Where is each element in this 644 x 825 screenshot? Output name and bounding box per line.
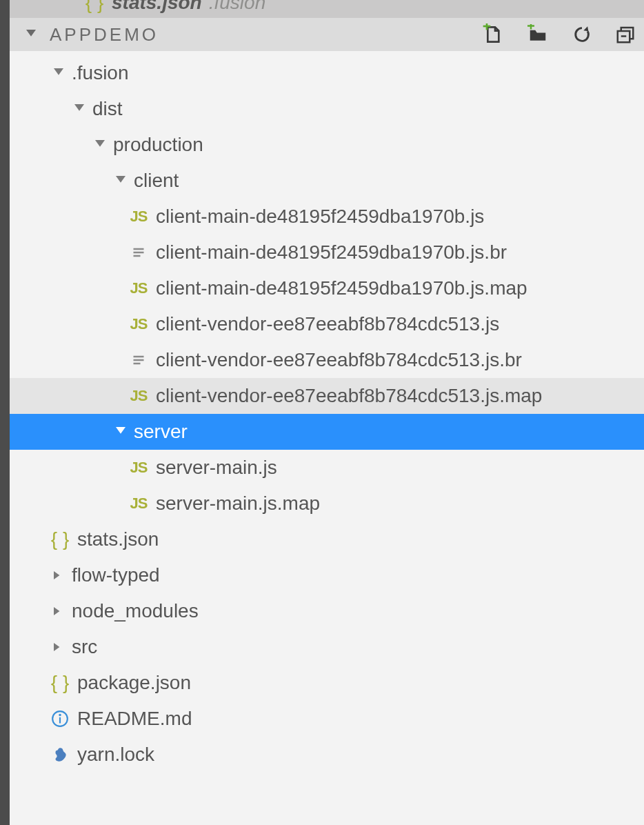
file-label: package.json	[77, 672, 191, 694]
tab-file-path: .fusion	[209, 0, 266, 14]
folder-label: node_modules	[72, 600, 199, 622]
file-label: stats.json	[77, 528, 159, 550]
tab-file-name: stats.json	[112, 0, 202, 14]
folder-dist[interactable]: dist	[10, 91, 644, 127]
folder-flow-typed[interactable]: flow-typed	[10, 557, 644, 593]
file-client-main-br[interactable]: client-main-de48195f2459dba1970b.js.br	[10, 235, 644, 270]
chevron-down-icon	[95, 140, 106, 150]
file-label: yarn.lock	[77, 744, 154, 766]
info-icon	[50, 710, 70, 728]
refresh-icon[interactable]	[572, 25, 592, 44]
folder-src[interactable]: src	[10, 629, 644, 665]
file-label: client-main-de48195f2459dba1970b.js	[156, 206, 484, 228]
json-icon: { }	[50, 528, 70, 550]
collapse-icon	[26, 30, 37, 39]
js-icon: JS	[128, 495, 149, 513]
file-label: client-vendor-ee87eeabf8b784cdc513.js.br	[156, 349, 522, 371]
new-file-icon[interactable]	[481, 23, 503, 46]
svg-rect-3	[530, 24, 532, 30]
js-icon: JS	[128, 279, 149, 297]
folder-label: dist	[92, 98, 123, 120]
chevron-down-icon	[116, 427, 127, 437]
svg-rect-8	[134, 255, 141, 257]
svg-rect-10	[134, 359, 144, 361]
file-readme[interactable]: README.md	[10, 701, 644, 737]
file-client-vendor-js[interactable]: JS client-vendor-ee87eeabf8b784cdc513.js	[10, 306, 644, 342]
js-icon: JS	[128, 387, 149, 405]
folder-production[interactable]: production	[10, 127, 644, 163]
js-icon: JS	[128, 208, 149, 226]
file-label: client-main-de48195f2459dba1970b.js.br	[156, 241, 507, 264]
file-label: client-vendor-ee87eeabf8b784cdc513.js	[156, 313, 499, 335]
folder-label: src	[72, 636, 97, 658]
svg-rect-14	[59, 717, 61, 724]
json-icon: { }	[50, 672, 70, 694]
chevron-right-icon	[54, 606, 65, 616]
file-client-vendor-map[interactable]: JS client-vendor-ee87eeabf8b784cdc513.js…	[10, 378, 644, 414]
project-root-name: APPDEMO	[50, 24, 159, 46]
svg-rect-7	[134, 252, 144, 254]
folder-label: server	[134, 421, 188, 443]
svg-rect-11	[134, 363, 141, 365]
chevron-right-icon	[54, 570, 65, 580]
folder-label: flow-typed	[72, 564, 160, 586]
file-client-vendor-br[interactable]: client-vendor-ee87eeabf8b784cdc513.js.br	[10, 342, 644, 378]
svg-rect-9	[134, 356, 144, 358]
chevron-down-icon	[74, 104, 85, 114]
svg-rect-5	[621, 35, 627, 37]
open-file-tab[interactable]: { } stats.json .fusion	[10, 0, 644, 18]
document-icon	[128, 352, 149, 368]
svg-point-13	[59, 714, 61, 716]
file-label: client-vendor-ee87eeabf8b784cdc513.js.ma…	[156, 385, 542, 407]
document-icon	[128, 245, 149, 260]
file-label: README.md	[77, 708, 192, 730]
file-label: client-main-de48195f2459dba1970b.js.map	[156, 277, 527, 299]
chevron-down-icon	[116, 176, 127, 186]
folder-label: client	[134, 170, 179, 192]
yarn-icon	[50, 746, 70, 764]
chevron-right-icon	[54, 642, 65, 652]
folder-label: production	[113, 134, 203, 156]
file-client-main-js[interactable]: JS client-main-de48195f2459dba1970b.js	[10, 199, 644, 235]
new-folder-icon[interactable]	[527, 24, 549, 45]
file-server-main-map[interactable]: JS server-main.js.map	[10, 486, 644, 521]
file-stats-json[interactable]: { } stats.json	[10, 521, 644, 557]
file-label: server-main.js	[156, 457, 277, 479]
file-yarn-lock[interactable]: yarn.lock	[10, 737, 644, 773]
folder-server[interactable]: server	[10, 414, 644, 450]
js-icon: JS	[128, 315, 149, 333]
file-tree: .fusion dist production client JS client…	[10, 51, 644, 773]
folder-client[interactable]: client	[10, 163, 644, 199]
file-label: server-main.js.map	[156, 493, 320, 515]
json-icon: { }	[84, 0, 105, 14]
folder-node-modules[interactable]: node_modules	[10, 593, 644, 629]
project-root-bar[interactable]: APPDEMO	[10, 18, 644, 51]
folder-label: .fusion	[72, 62, 129, 84]
file-package-json[interactable]: { } package.json	[10, 665, 644, 701]
svg-rect-1	[486, 23, 488, 30]
explorer-toolbar	[481, 23, 636, 46]
folder-fusion[interactable]: .fusion	[10, 55, 644, 91]
chevron-down-icon	[54, 68, 65, 78]
file-server-main-js[interactable]: JS server-main.js	[10, 450, 644, 486]
svg-rect-6	[134, 248, 144, 250]
js-icon: JS	[128, 459, 149, 477]
collapse-all-icon[interactable]	[615, 24, 636, 45]
file-client-main-map[interactable]: JS client-main-de48195f2459dba1970b.js.m…	[10, 270, 644, 306]
